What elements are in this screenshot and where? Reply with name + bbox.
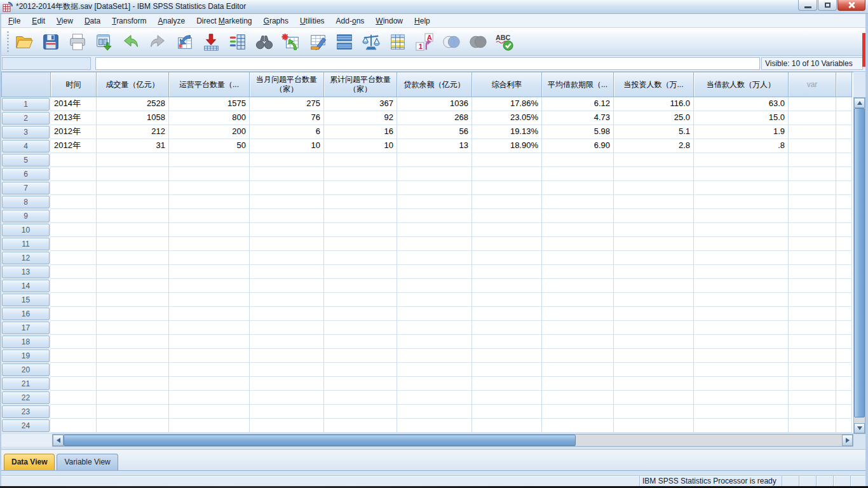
cell-r24-borrowers[interactable] — [694, 419, 789, 433]
cell-r8-cumulative-problem-platforms[interactable] — [324, 195, 397, 209]
cell-r20-borrowers[interactable] — [694, 363, 789, 377]
cell-r15-loan-balance[interactable] — [397, 293, 472, 307]
cell-r22-time[interactable] — [51, 391, 97, 405]
cell-r10-cumulative-problem-platforms[interactable] — [324, 223, 397, 237]
cell-r3-time[interactable]: 2012年 — [51, 125, 97, 139]
cell-r6-operating-platforms[interactable] — [169, 167, 250, 181]
cell-r24-avg-loan-term[interactable] — [542, 419, 614, 433]
cell-r18-investors[interactable] — [614, 335, 694, 349]
cell-r2-avg-loan-term[interactable]: 4.73 — [542, 111, 614, 125]
cell-r1-operating-platforms[interactable]: 1575 — [169, 97, 250, 111]
cell-r1-borrowers[interactable]: 63.0 — [694, 97, 789, 111]
cell-r15-cumulative-problem-platforms[interactable] — [324, 293, 397, 307]
select-cases-button[interactable] — [387, 30, 408, 53]
cell-r15-month-problem-platforms[interactable] — [250, 293, 324, 307]
cell-r20-composite-rate[interactable] — [472, 363, 542, 377]
cell-r22-cumulative-problem-platforms[interactable] — [324, 391, 397, 405]
cell-r12-volume[interactable] — [97, 251, 169, 265]
cell-r17-time[interactable] — [51, 321, 97, 335]
cell-r14-composite-rate[interactable] — [472, 279, 542, 293]
cell-r20-time[interactable] — [51, 363, 97, 377]
cell-r20-var[interactable] — [789, 363, 836, 377]
cell-r14-month-problem-platforms[interactable] — [250, 279, 324, 293]
horizontal-scrollbar[interactable] — [52, 434, 853, 447]
cell-r7-borrowers[interactable] — [694, 181, 789, 195]
cell-r11-cumulative-problem-platforms[interactable] — [324, 237, 397, 251]
menu-add-ons[interactable]: Add-ons — [330, 15, 370, 27]
column-header-filler[interactable] — [836, 72, 852, 97]
minimize-button[interactable] — [798, 0, 817, 11]
cell-r18-filler[interactable] — [836, 335, 852, 349]
cell-r1-filler[interactable] — [836, 97, 852, 111]
cell-r7-time[interactable] — [51, 181, 97, 195]
cell-r7-filler[interactable] — [836, 181, 852, 195]
cell-r5-time[interactable] — [51, 153, 97, 167]
row-header-4[interactable]: 4 — [2, 140, 50, 152]
cell-r11-filler[interactable] — [836, 237, 852, 251]
row-header-8[interactable]: 8 — [2, 196, 50, 208]
cell-r9-composite-rate[interactable] — [472, 209, 542, 223]
cell-r21-operating-platforms[interactable] — [169, 377, 250, 391]
cell-r21-volume[interactable] — [97, 377, 169, 391]
cell-r4-volume[interactable]: 31 — [97, 139, 169, 153]
tab-data-view[interactable]: Data View — [4, 454, 55, 470]
cell-r19-filler[interactable] — [836, 349, 852, 363]
menu-analyze[interactable]: Analyze — [152, 15, 191, 27]
horizontal-scrollbar-track[interactable] — [576, 435, 842, 446]
cell-r14-operating-platforms[interactable] — [169, 279, 250, 293]
cell-r7-operating-platforms[interactable] — [169, 181, 250, 195]
cell-r20-cumulative-problem-platforms[interactable] — [324, 363, 397, 377]
menu-view[interactable]: View — [51, 15, 79, 27]
cell-r24-investors[interactable] — [614, 419, 694, 433]
cell-r4-var[interactable] — [789, 139, 836, 153]
cell-r4-borrowers[interactable]: .8 — [694, 139, 789, 153]
cell-r18-avg-loan-term[interactable] — [542, 335, 614, 349]
cell-r10-avg-loan-term[interactable] — [542, 223, 614, 237]
cell-r4-operating-platforms[interactable]: 50 — [169, 139, 250, 153]
cell-r16-investors[interactable] — [614, 307, 694, 321]
cell-r8-loan-balance[interactable] — [397, 195, 472, 209]
cell-r21-borrowers[interactable] — [694, 377, 789, 391]
cell-r14-time[interactable] — [51, 279, 97, 293]
cell-r22-filler[interactable] — [836, 391, 852, 405]
cell-r3-volume[interactable]: 212 — [97, 125, 169, 139]
open-file-button[interactable] — [13, 30, 34, 53]
cell-r5-month-problem-platforms[interactable] — [250, 153, 324, 167]
cell-r16-loan-balance[interactable] — [397, 307, 472, 321]
redo-button[interactable] — [147, 30, 168, 53]
cell-r17-investors[interactable] — [614, 321, 694, 335]
cell-r23-cumulative-problem-platforms[interactable] — [324, 405, 397, 419]
column-header-operating-platforms[interactable]: 运营平台数量（... — [169, 72, 250, 97]
cell-r11-time[interactable] — [51, 237, 97, 251]
cell-r23-volume[interactable] — [97, 405, 169, 419]
cell-r5-filler[interactable] — [836, 153, 852, 167]
cell-r23-loan-balance[interactable] — [397, 405, 472, 419]
cell-r23-filler[interactable] — [836, 405, 852, 419]
cell-r18-time[interactable] — [51, 335, 97, 349]
row-header-10[interactable]: 10 — [2, 224, 50, 236]
cell-r7-volume[interactable] — [97, 181, 169, 195]
cell-r22-borrowers[interactable] — [694, 391, 789, 405]
cell-r21-filler[interactable] — [836, 377, 852, 391]
menu-help[interactable]: Help — [409, 15, 436, 27]
cell-r9-month-problem-platforms[interactable] — [250, 209, 324, 223]
cell-r16-time[interactable] — [51, 307, 97, 321]
cell-r12-cumulative-problem-platforms[interactable] — [324, 251, 397, 265]
cell-r24-filler[interactable] — [836, 419, 852, 433]
cell-r10-month-problem-platforms[interactable] — [250, 223, 324, 237]
cell-r23-var[interactable] — [789, 405, 836, 419]
cell-r17-loan-balance[interactable] — [397, 321, 472, 335]
cell-r13-operating-platforms[interactable] — [169, 265, 250, 279]
cell-r7-investors[interactable] — [614, 181, 694, 195]
cell-r9-investors[interactable] — [614, 209, 694, 223]
cell-r5-var[interactable] — [789, 153, 836, 167]
cell-r6-time[interactable] — [51, 167, 97, 181]
scroll-up-button[interactable] — [854, 98, 865, 108]
cell-r4-avg-loan-term[interactable]: 6.90 — [542, 139, 614, 153]
cell-r5-avg-loan-term[interactable] — [542, 153, 614, 167]
cell-r3-month-problem-platforms[interactable]: 6 — [250, 125, 324, 139]
row-header-21[interactable]: 21 — [2, 377, 50, 390]
cell-r6-var[interactable] — [789, 167, 836, 181]
cell-r14-cumulative-problem-platforms[interactable] — [324, 279, 397, 293]
cell-r22-volume[interactable] — [97, 391, 169, 405]
